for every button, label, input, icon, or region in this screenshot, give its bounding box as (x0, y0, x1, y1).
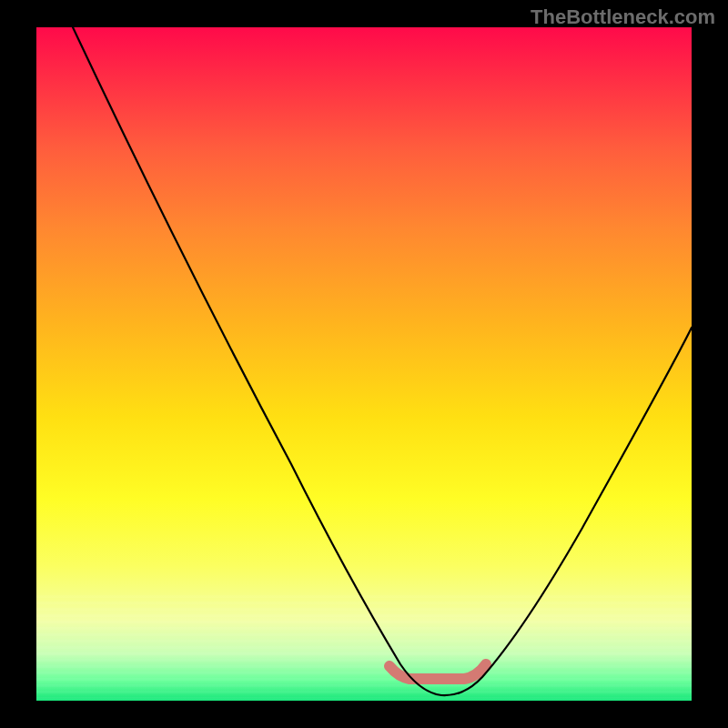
optimal-valley-marker (389, 664, 486, 679)
bottleneck-curve (73, 27, 692, 695)
chart-frame: TheBottleneck.com (0, 0, 728, 728)
plot-area (36, 27, 692, 701)
curve-layer (36, 27, 692, 701)
watermark-text: TheBottleneck.com (531, 5, 715, 29)
